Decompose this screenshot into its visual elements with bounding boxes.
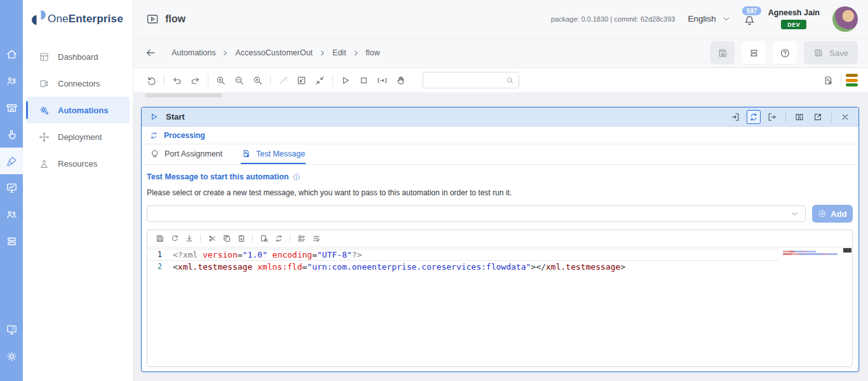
editor-body: 1<?xml version="1.0" encoding="UTF-8"?>2… (147, 247, 852, 366)
minimap-line (783, 251, 816, 253)
panel-header-divider (785, 112, 786, 122)
code-line[interactable]: 1<?xml version="1.0" encoding="UTF-8"?> (147, 249, 779, 261)
editor-scrollbar-thumb[interactable] (843, 248, 851, 253)
rows-icon (749, 48, 759, 59)
breadcrumb-item[interactable]: AccessoCustomerOut (235, 48, 313, 57)
editor-find-icon[interactable] (257, 232, 271, 246)
sidebar-item-dashboard[interactable]: Dashboard (26, 43, 130, 70)
color-menu-icon[interactable] (844, 73, 859, 88)
sidebar-item-automations[interactable]: Automations (26, 97, 130, 123)
environment-badge: DEV (781, 20, 806, 29)
editor-copy-icon[interactable] (219, 232, 234, 246)
code-area[interactable]: 1<?xml version="1.0" encoding="UTF-8"?>2… (147, 247, 779, 366)
breadcrumb-item-current[interactable]: flow (366, 48, 380, 57)
add-button[interactable]: Add (812, 205, 853, 223)
editor-scrollbar[interactable] (843, 247, 852, 366)
toolbar-divider (332, 74, 333, 86)
input-port-icon[interactable] (728, 110, 742, 124)
stop-icon[interactable] (355, 72, 373, 88)
rail-monitor-analytics-icon[interactable] (0, 174, 23, 201)
code-text: <xml.testmessage xmlns:fld="urn:com.onee… (173, 261, 625, 272)
zoom-in-icon[interactable] (212, 72, 230, 88)
avatar[interactable] (832, 6, 858, 32)
rail-design-brush-icon[interactable] (0, 148, 23, 174)
canvas-toolbar-right (819, 72, 859, 88)
rail-monitor-apps-icon[interactable] (0, 316, 23, 343)
line-number: 1 (147, 249, 173, 260)
close-icon[interactable] (838, 110, 852, 124)
info-icon[interactable] (292, 173, 301, 181)
save-as-icon (717, 48, 728, 59)
output-port-icon[interactable] (765, 110, 779, 124)
step-into-icon[interactable] (373, 72, 391, 88)
toolbar-divider (270, 74, 271, 86)
main-area: flow package: 0.0.1830 | commit: 62d28c3… (133, 0, 868, 381)
breadcrumb-separator-icon (320, 50, 325, 56)
language-selector[interactable]: English (688, 14, 730, 24)
rail-settings-gear-icon[interactable] (0, 343, 23, 370)
brand-name: OneEnterprise (48, 13, 123, 25)
pan-hand-icon[interactable] (391, 72, 410, 88)
tab-test-message[interactable]: Test Message (241, 144, 306, 164)
tab-port-assignment[interactable]: Port Assignment (149, 144, 223, 164)
editor-toolbar-divider (252, 234, 253, 243)
editor-cut-icon[interactable] (205, 232, 219, 246)
editor-toolbar (147, 230, 852, 247)
start-node-panel: Start Processing (141, 107, 859, 372)
help-button[interactable] (773, 41, 797, 64)
editor-minimap[interactable] (779, 247, 843, 366)
open-window-icon[interactable] (811, 110, 825, 124)
undo-icon[interactable] (168, 72, 186, 88)
test-message-select[interactable] (147, 205, 806, 222)
reset-icon[interactable] (142, 72, 161, 88)
canvas-search (423, 72, 519, 88)
xml-editor: 1<?xml version="1.0" encoding="UTF-8"?>2… (147, 230, 853, 367)
editor-word-wrap-icon[interactable] (309, 232, 323, 246)
rail-server-stack-icon[interactable] (0, 228, 23, 254)
processing-view-icon[interactable] (747, 110, 761, 124)
log-settings-icon[interactable] (819, 72, 837, 88)
rail-user-group-icon[interactable] (0, 201, 23, 228)
brand-logo[interactable]: OneEnterprise (23, 0, 133, 38)
magic-wand-icon[interactable] (274, 72, 292, 88)
notifications-button[interactable]: 597 (743, 15, 756, 27)
breadcrumb-item[interactable]: Automations (172, 48, 215, 57)
code-line[interactable]: 2<xml.testmessage xmlns:fld="urn:com.one… (147, 261, 779, 273)
horizontal-scrollbar-thumb[interactable] (145, 94, 222, 97)
rail-home-icon[interactable] (0, 41, 23, 67)
processing-status[interactable]: Processing (142, 127, 858, 144)
editor-download-icon[interactable] (182, 232, 196, 246)
breadcrumb-bar: Automations AccessoCustomerOut Edit flow (133, 38, 868, 68)
chevron-down-icon (722, 15, 731, 24)
zoom-out-icon[interactable] (230, 72, 248, 88)
editor-sort-icon[interactable] (294, 232, 309, 246)
editor-refresh-icon[interactable] (167, 232, 182, 246)
split-view-icon[interactable] (792, 110, 806, 124)
save-button[interactable]: Save (804, 41, 858, 64)
editor-paste-icon[interactable] (234, 232, 248, 246)
breadcrumb-item[interactable]: Edit (332, 48, 346, 57)
sidebar-item-deployment[interactable]: Deployment (26, 123, 130, 150)
chevron-down-icon (790, 210, 799, 218)
editor-toolbar-divider (200, 234, 201, 243)
rail-collaboration-icon[interactable] (0, 67, 23, 94)
zoom-reset-icon[interactable] (248, 72, 267, 88)
layout-rows-button[interactable] (742, 41, 766, 64)
editor-save-icon[interactable] (153, 232, 167, 246)
rail-hand-pointer-icon[interactable] (0, 121, 23, 148)
rail-marketplace-icon[interactable] (0, 94, 23, 121)
editor-replace-icon[interactable] (271, 232, 286, 246)
package-info: package: 0.0.1830 | commit: 62d28c393 (551, 15, 675, 23)
sidebar-item-connectors[interactable]: Connectors (26, 70, 130, 97)
fit-screen-icon[interactable] (292, 72, 311, 88)
back-button[interactable] (145, 47, 156, 59)
redo-icon[interactable] (186, 72, 205, 88)
search-input[interactable] (428, 75, 506, 85)
user-info[interactable]: Agneesh Jain DEV (768, 8, 820, 29)
tab-content: Test Message to start this automation Pl… (142, 165, 858, 371)
sidebar-item-resources[interactable]: Resources (26, 150, 130, 177)
connectors-icon (39, 78, 50, 89)
collapse-icon[interactable] (311, 72, 329, 88)
save-as-button[interactable] (710, 41, 735, 64)
run-icon[interactable] (336, 72, 355, 88)
